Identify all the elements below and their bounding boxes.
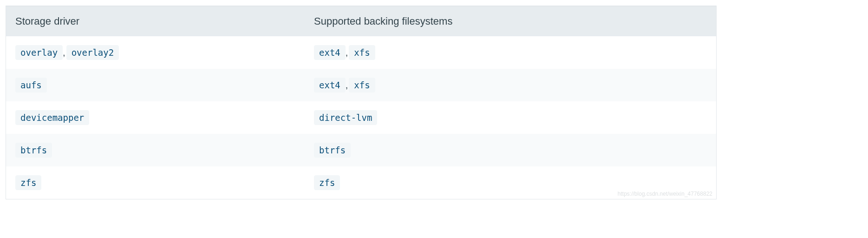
code-filesystem: direct-lvm [314,110,377,126]
col-header-storage-driver: Storage driver [6,7,305,36]
cell-storage-driver: aufs [6,69,305,101]
code-filesystem: btrfs [314,143,351,158]
code-driver: devicemapper [15,110,89,126]
cell-backing-fs: direct-lvm [305,101,716,134]
table-row: btrfsbtrfs [6,134,716,166]
code-driver: zfs [15,175,41,191]
code-filesystem: ext4 [314,78,346,93]
code-filesystem: xfs [349,78,375,93]
table-row: zfszfs [6,166,716,199]
table-row: overlay , overlay2ext4 , xfs [6,36,716,69]
storage-driver-table-wrapper: Storage driver Supported backing filesys… [6,6,717,199]
list-separator: , [346,80,349,91]
code-driver: btrfs [15,143,52,158]
table-row: aufsext4 , xfs [6,69,716,101]
code-driver: overlay [15,45,63,60]
table-row: devicemapperdirect-lvm [6,101,716,134]
code-filesystem: ext4 [314,45,346,60]
cell-storage-driver: zfs [6,166,305,199]
cell-backing-fs: btrfs [305,134,716,166]
cell-storage-driver: overlay , overlay2 [6,36,305,69]
cell-backing-fs: zfs [305,166,716,199]
code-filesystem: zfs [314,175,340,191]
list-separator: , [63,47,66,58]
list-separator: , [346,47,349,58]
table-header-row: Storage driver Supported backing filesys… [6,7,716,36]
cell-backing-fs: ext4 , xfs [305,36,716,69]
table-body: overlay , overlay2ext4 , xfsaufsext4 , x… [6,36,716,199]
cell-storage-driver: devicemapper [6,101,305,134]
cell-storage-driver: btrfs [6,134,305,166]
storage-driver-table: Storage driver Supported backing filesys… [6,7,716,199]
code-driver: aufs [15,78,47,93]
code-filesystem: xfs [349,45,375,60]
code-driver: overlay2 [66,45,119,60]
cell-backing-fs: ext4 , xfs [305,69,716,101]
col-header-backing-fs: Supported backing filesystems [305,7,716,36]
